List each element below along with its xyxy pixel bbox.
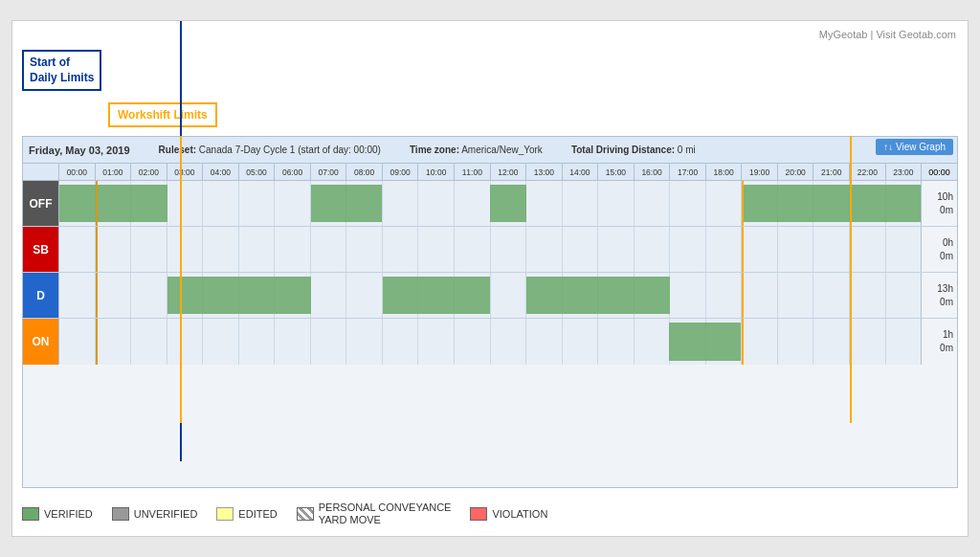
d-label: D <box>23 273 59 318</box>
off-time-h: 10h <box>937 190 953 204</box>
timezone-label: Time zone: America/New_York <box>410 145 543 155</box>
status-row-d: D <box>23 273 957 319</box>
workshift-line-right <box>850 136 852 423</box>
time-14: 14:00 <box>563 164 599 180</box>
time-08: 08:00 <box>346 164 383 180</box>
workshift-line-left <box>180 136 182 423</box>
time-09: 09:00 <box>383 164 419 180</box>
time-04: 04:00 <box>203 164 239 180</box>
on-label: ON <box>23 319 59 365</box>
on-right-times: 1h 0m <box>921 319 957 365</box>
time-15: 15:00 <box>598 164 635 180</box>
d-block-2 <box>383 277 491 314</box>
time-17: 17:00 <box>670 164 706 180</box>
legend-box-edited <box>216 507 234 521</box>
status-row-on: ON <box>23 319 957 365</box>
legend-box-violation <box>470 507 487 521</box>
time-12: 12:00 <box>491 164 527 180</box>
time-18: 18:00 <box>706 164 743 180</box>
time-07: 07:00 <box>311 164 347 180</box>
sb-timeline <box>59 227 921 272</box>
status-row-sb: SB <box>23 227 957 273</box>
d-time-m: 0m <box>940 296 953 309</box>
legend-pc-yard: PERSONAL CONVEYANCEYARD MOVE <box>297 501 452 526</box>
time-21: 21:00 <box>813 164 850 180</box>
time-03: 03:00 <box>167 164 204 180</box>
time-19: 19:00 <box>742 164 778 180</box>
time-16: 16:00 <box>635 164 671 180</box>
time-10: 10:00 <box>418 164 455 180</box>
legend-label-pc-yard: PERSONAL CONVEYANCEYARD MOVE <box>319 501 452 526</box>
annotation-daily-limits: Start ofDaily Limits <box>22 50 101 91</box>
d-right-times: 13h 0m <box>921 273 957 318</box>
d-block-1 <box>167 277 311 314</box>
chart-body: 00:00 01:00 02:00 03:00 04:00 05:00 06:0… <box>23 164 957 487</box>
time-02: 02:00 <box>131 164 167 180</box>
chart-header: Friday, May 03, 2019 Ruleset: Canada 7-D… <box>23 137 957 164</box>
time-20: 20:00 <box>778 164 814 180</box>
off-block-2 <box>311 185 383 222</box>
main-container: MyGeotab | Visit Geotab.com Start ofDail… <box>11 20 969 537</box>
sb-time-h: 0h <box>943 236 953 250</box>
time-06: 06:00 <box>275 164 311 180</box>
time-11: 11:00 <box>455 164 491 180</box>
distance-label: Total Driving Distance: 0 mi <box>571 145 696 155</box>
watermark: MyGeotab | Visit Geotab.com <box>819 29 956 40</box>
off-time-m: 0m <box>940 204 953 217</box>
legend-verified: VERIFIED <box>22 507 93 521</box>
time-01: 01:00 <box>96 164 132 180</box>
off-timeline <box>59 181 921 226</box>
legend-edited: EDITED <box>216 507 277 521</box>
off-label: OFF <box>23 181 59 226</box>
rows-area: OFF <box>23 181 957 487</box>
d-timeline <box>59 273 921 318</box>
status-row-off: OFF <box>23 181 957 227</box>
d-block-3 <box>526 277 670 314</box>
off-right-times: 10h 0m <box>921 181 957 226</box>
legend-label-violation: VIOLATION <box>492 508 547 520</box>
legend-box-pc-yard <box>297 507 314 521</box>
legend-label-edited: EDITED <box>238 508 277 520</box>
legend: VERIFIED UNVERIFIED EDITED PERSONAL CONV… <box>22 501 958 526</box>
on-time-h: 1h <box>943 328 953 342</box>
time-axis: 00:00 01:00 02:00 03:00 04:00 05:00 06:0… <box>23 164 957 181</box>
on-block-1 <box>669 323 741 361</box>
sb-time-m: 0m <box>940 250 953 263</box>
ruleset-label: Ruleset: Canada 7-Day Cycle 1 (start of … <box>159 145 381 155</box>
legend-label-verified: VERIFIED <box>44 508 93 520</box>
legend-box-verified <box>22 507 39 521</box>
legend-label-unverified: UNVERIFIED <box>134 508 198 520</box>
time-00: 00:00 <box>59 164 96 180</box>
legend-box-unverified <box>112 507 129 521</box>
sb-label: SB <box>23 227 59 272</box>
time-23: 23:00 <box>886 164 922 180</box>
time-13: 13:00 <box>526 164 563 180</box>
annotation-workshift-limits: Workshift Limits <box>108 102 217 127</box>
sb-right-times: 0h 0m <box>921 227 957 272</box>
on-timeline <box>59 319 921 365</box>
date-label: Friday, May 03, 2019 <box>29 145 130 156</box>
view-graph-button[interactable]: ↑↓ View Graph <box>876 139 953 155</box>
on-time-m: 0m <box>940 342 953 355</box>
time-05: 05:00 <box>239 164 276 180</box>
time-22: 22:00 <box>850 164 886 180</box>
off-block-1 <box>59 185 167 222</box>
legend-unverified: UNVERIFIED <box>112 507 198 521</box>
d-time-h: 13h <box>937 282 953 296</box>
off-block-3 <box>490 185 526 222</box>
off-block-4 <box>742 185 921 222</box>
chart-wrapper: Friday, May 03, 2019 Ruleset: Canada 7-D… <box>22 136 958 488</box>
legend-violation: VIOLATION <box>470 507 547 521</box>
